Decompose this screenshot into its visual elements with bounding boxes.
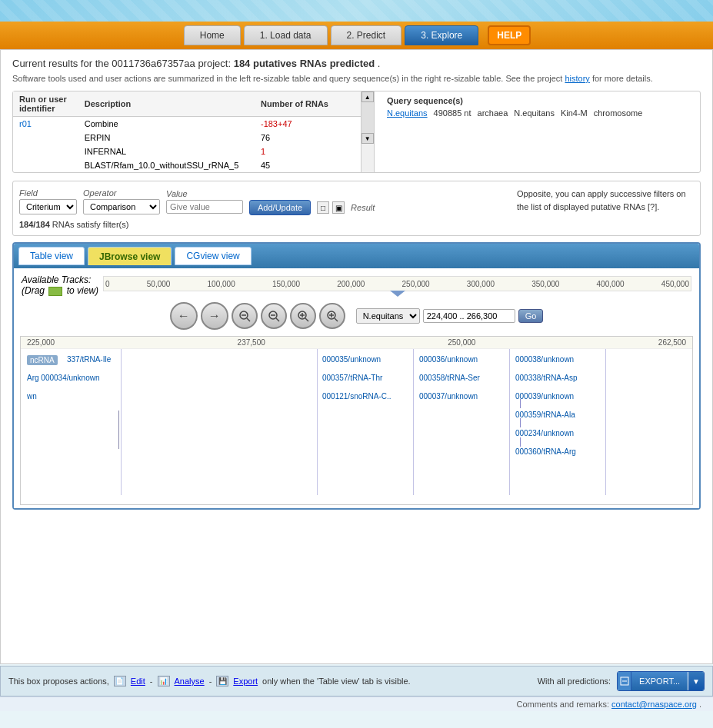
tab-table-view[interactable]: Table view [18, 247, 85, 265]
analyse-link[interactable]: Analyse [175, 676, 205, 686]
track-item-000037[interactable]: 000037/unknown [419, 392, 478, 401]
track-item-000039[interactable]: 000039/unknown [515, 392, 574, 401]
drag-label: (Drag [22, 285, 45, 296]
run-id [13, 131, 78, 145]
footer-right-text: With all predictions: [538, 676, 611, 686]
edit-icon[interactable]: 📄 [114, 676, 126, 686]
pos-250k: 250,000 [402, 280, 430, 288]
tab-predict[interactable]: 2. Predict [331, 25, 402, 45]
dash-1: - [150, 676, 153, 686]
track-item-000034[interactable]: Arg 000034/unknown [27, 374, 100, 382]
track-ncrna-label[interactable]: ncRNA [27, 355, 58, 365]
run-num: 45 [255, 158, 361, 172]
export-main-button[interactable]: EXPORT... [631, 672, 688, 690]
track-item-trna-ile[interactable]: 337/tRNA-Ile [67, 355, 111, 364]
filter-operator-label: Operator [83, 188, 129, 198]
track-pos-262k: 262,500 [658, 338, 686, 347]
filter-add-update-button[interactable]: Add/Update [249, 200, 311, 215]
pos-150k: 150,000 [272, 280, 300, 288]
track-item-000357[interactable]: 000357/tRNA-Thr [322, 374, 382, 382]
tick-3 [520, 437, 521, 447]
table-row: ERPIN 76 [13, 131, 361, 145]
query-info: N.equitans 490885 nt archaea N.equitans … [387, 108, 695, 118]
filter-section: Field Criterium Operator Comparison Valu… [12, 181, 701, 236]
scrollbar-up-btn[interactable]: ▲ [361, 91, 374, 102]
location-range-input[interactable] [423, 309, 515, 323]
query-strain: Kin4-M [561, 108, 588, 118]
navigate-back-button[interactable]: ← [170, 302, 198, 330]
track-item-000360[interactable]: 000360/tRNA-Arg [515, 447, 576, 456]
footer-box-text: This box proposes actions, [8, 676, 109, 686]
filter-icon-1[interactable]: □ [317, 201, 329, 214]
export-icon-small[interactable]: 💾 [216, 676, 228, 686]
tab-cgview[interactable]: CGview view [175, 247, 251, 265]
organism-select[interactable]: N.equitans [356, 308, 420, 324]
query-size: 490885 nt [434, 108, 471, 118]
track-item-wn[interactable]: wn [27, 392, 37, 401]
tab-home[interactable]: Home [184, 25, 241, 45]
filter-controls: Field Criterium Operator Comparison Valu… [19, 188, 509, 229]
track-item-000359[interactable]: 000359/tRNA-Ala [515, 411, 575, 419]
filter-value-input[interactable] [166, 200, 243, 214]
footer-left: This box proposes actions, 📄 Edit - 📊 An… [8, 676, 411, 686]
track-item-000038[interactable]: 000038/unknown [515, 355, 574, 364]
track-pos-237k: 237,500 [238, 338, 265, 347]
track-separator [121, 349, 122, 495]
run-id [13, 145, 78, 158]
zoom-out-button-1[interactable] [232, 303, 258, 329]
export-dropdown-button[interactable]: ▼ [688, 672, 704, 690]
history-link[interactable]: history [565, 74, 589, 83]
query-type: chromosome [594, 108, 643, 118]
genome-viewer: Available Tracks: (Drag to view) 0 50,00… [14, 268, 699, 508]
track-items-area: ncRNA 337/tRNA-Ile 000035/unknown 000036… [21, 349, 692, 495]
zoom-out-button-2[interactable] [261, 303, 287, 329]
col-header-run: Run or user identifier [13, 91, 78, 117]
svg-line-5 [276, 318, 279, 321]
filter-icon-2[interactable]: ▣ [332, 201, 345, 214]
edit-link[interactable]: Edit [131, 676, 145, 686]
drag-icon[interactable] [48, 287, 62, 296]
track-item-000121[interactable]: 000121/snoRNA-C.. [322, 392, 391, 401]
tabs-header: Table view JBrowse view CGview view [14, 244, 699, 268]
filter-info-text: Opposite, you can apply successive filte… [517, 188, 694, 213]
run-id[interactable]: r01 [13, 117, 78, 131]
navigate-forward-button[interactable]: → [201, 302, 228, 330]
filter-result-count: 184/184 [19, 220, 50, 229]
track-item-000338[interactable]: 000338/tRNA-Asp [515, 374, 578, 382]
scrollbar-down-btn[interactable]: ▼ [361, 133, 374, 144]
filter-field-select[interactable]: Criterium [19, 199, 77, 214]
zoom-in-button-2[interactable] [319, 303, 345, 329]
track-item-000234[interactable]: 000234/unknown [515, 429, 574, 437]
svg-line-9 [305, 318, 308, 321]
query-organism-link[interactable]: N.equitans [387, 108, 428, 118]
tab-load-data[interactable]: 1. Load data [244, 25, 328, 45]
pos-100k: 100,000 [208, 280, 235, 288]
tab-explore[interactable]: 3. Explore [405, 25, 478, 45]
drag-label2: to view) [67, 285, 98, 296]
export-link[interactable]: Export [233, 676, 258, 686]
pos-400k: 400,000 [597, 280, 625, 288]
track-item-000035[interactable]: 000035/unknown [322, 355, 381, 364]
location-go-button[interactable]: Go [518, 309, 544, 323]
runs-table: Run or user identifier Description Numbe… [13, 91, 375, 172]
help-button[interactable]: HELP [488, 25, 531, 45]
track-item-000036[interactable]: 000036/unknown [419, 355, 478, 364]
track-separator-2 [317, 349, 318, 495]
project-title-bold: 184 putatives RNAs predicted [234, 58, 375, 69]
query-section: Query sequence(s) N.equitans 490885 nt a… [382, 91, 700, 172]
tab-jbrowse-view[interactable]: JBrowse view [88, 247, 172, 265]
track-pos-250k: 250,000 [448, 338, 475, 347]
filter-row: Field Criterium Operator Comparison Valu… [19, 188, 509, 215]
track-pos-225k: 225,000 [27, 338, 55, 347]
col-header-desc: Description [78, 91, 255, 117]
zoom-in-button-1[interactable] [290, 303, 316, 329]
project-title-prefix: Current results for the 0011736a67357aa … [12, 58, 231, 69]
position-ruler: 0 50,000 100,000 150,000 200,000 250,000… [103, 276, 691, 291]
query-title: Query sequence(s) [387, 96, 695, 105]
filter-operator-select[interactable]: Comparison [83, 199, 160, 214]
table-scrollbar[interactable]: ▲ ▼ [361, 91, 374, 172]
credits-email-link[interactable]: contact@rnaspace.org [611, 700, 697, 709]
analyse-icon[interactable]: 📊 [158, 676, 170, 686]
left-tick [118, 411, 119, 449]
track-item-000358[interactable]: 000358/tRNA-Ser [419, 374, 480, 382]
